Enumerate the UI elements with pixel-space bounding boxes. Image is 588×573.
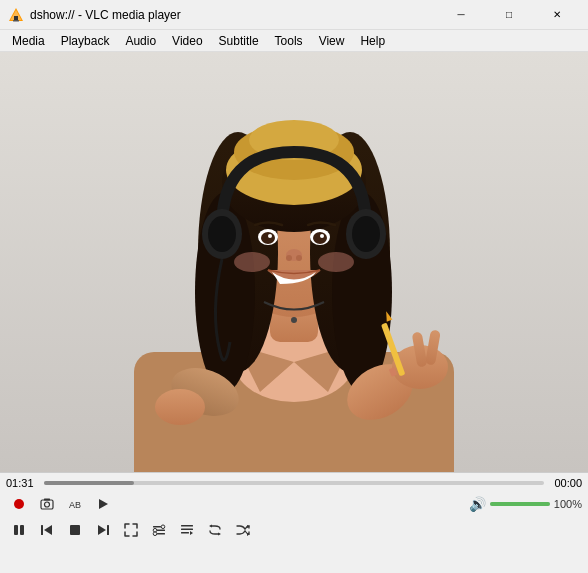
video-area <box>0 52 588 472</box>
svg-marker-56 <box>98 525 106 535</box>
current-time: 01:31 <box>6 477 38 489</box>
menu-subtitle[interactable]: Subtitle <box>211 30 267 51</box>
svg-rect-54 <box>41 525 43 535</box>
menu-playback[interactable]: Playback <box>53 30 118 51</box>
close-button[interactable]: ✕ <box>534 0 580 30</box>
svg-marker-68 <box>218 533 221 536</box>
random-button[interactable] <box>230 519 256 541</box>
svg-point-44 <box>291 317 297 323</box>
svg-rect-48 <box>44 499 50 501</box>
menu-media[interactable]: Media <box>4 30 53 51</box>
svg-marker-50 <box>99 499 108 509</box>
extended-button[interactable] <box>146 519 172 541</box>
svg-rect-2 <box>14 16 18 20</box>
menu-audio[interactable]: Audio <box>117 30 164 51</box>
svg-point-25 <box>320 234 324 238</box>
svg-marker-69 <box>209 525 212 528</box>
title-bar: dshow:// - VLC media player ─ □ ✕ <box>0 0 588 30</box>
svg-point-61 <box>161 525 165 529</box>
svg-rect-65 <box>181 529 193 531</box>
svg-point-24 <box>313 232 327 244</box>
volume-label: 100% <box>554 498 582 510</box>
playlist-button[interactable] <box>174 519 200 541</box>
svg-rect-60 <box>157 533 165 535</box>
repeat-button[interactable] <box>202 519 228 541</box>
svg-rect-52 <box>20 525 24 535</box>
volume-fill <box>490 502 550 506</box>
svg-point-47 <box>45 502 50 507</box>
svg-rect-66 <box>181 532 189 534</box>
svg-point-22 <box>268 234 272 238</box>
svg-point-63 <box>153 532 157 536</box>
menu-help[interactable]: Help <box>352 30 393 51</box>
svg-rect-57 <box>107 525 109 535</box>
stop-button[interactable] <box>62 519 88 541</box>
svg-point-30 <box>318 252 354 272</box>
maximize-button[interactable]: □ <box>486 0 532 30</box>
svg-point-29 <box>234 252 270 272</box>
fullscreen-button[interactable] <box>118 519 144 541</box>
progress-bar[interactable] <box>44 481 544 485</box>
svg-rect-64 <box>181 525 193 527</box>
svg-point-34 <box>352 216 380 252</box>
svg-text:AB: AB <box>69 500 81 510</box>
video-content <box>0 52 588 472</box>
svg-point-32 <box>208 216 236 252</box>
svg-marker-53 <box>44 525 52 535</box>
svg-rect-51 <box>14 525 18 535</box>
menu-bar: Media Playback Audio Video Subtitle Tool… <box>0 30 588 52</box>
controls-area: 01:31 00:00 AB <box>0 472 588 543</box>
volume-area: 🔊 100% <box>469 496 582 512</box>
volume-icon[interactable]: 🔊 <box>469 496 486 512</box>
video-frame <box>0 52 588 472</box>
svg-point-28 <box>296 255 302 261</box>
minimize-button[interactable]: ─ <box>438 0 484 30</box>
svg-rect-58 <box>153 526 161 528</box>
menu-video[interactable]: Video <box>164 30 210 51</box>
progress-fill <box>44 481 134 485</box>
progress-row: 01:31 00:00 <box>0 473 588 491</box>
volume-slider[interactable] <box>490 502 550 506</box>
svg-rect-3 <box>13 20 19 22</box>
pause-button[interactable] <box>6 519 32 541</box>
record-button[interactable] <box>6 493 32 515</box>
window-controls: ─ □ ✕ <box>438 0 580 30</box>
svg-rect-55 <box>70 525 80 535</box>
svg-marker-67 <box>190 531 193 535</box>
svg-rect-46 <box>41 500 53 509</box>
loop-ab-button[interactable]: AB <box>62 493 88 515</box>
svg-point-27 <box>286 255 292 261</box>
next-button[interactable] <box>90 519 116 541</box>
svg-point-21 <box>261 232 275 244</box>
snapshot-button[interactable] <box>34 493 60 515</box>
app-icon <box>8 7 24 23</box>
menu-tools[interactable]: Tools <box>267 30 311 51</box>
menu-view[interactable]: View <box>311 30 353 51</box>
svg-point-43 <box>155 389 205 425</box>
transport-row-1: AB 🔊 100% <box>0 491 588 517</box>
prev-button[interactable] <box>34 519 60 541</box>
window-title: dshow:// - VLC media player <box>30 8 438 22</box>
total-time: 00:00 <box>550 477 582 489</box>
transport-row-2 <box>0 517 588 543</box>
play-button[interactable] <box>90 493 116 515</box>
svg-point-45 <box>14 499 24 509</box>
